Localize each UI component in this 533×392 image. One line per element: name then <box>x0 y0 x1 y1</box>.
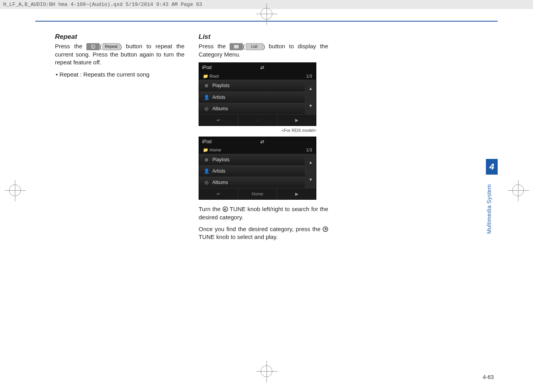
back-icon: ↩ <box>217 117 220 123</box>
list-item[interactable]: ◎Albums <box>199 177 305 188</box>
scroll-up-icon[interactable]: ▲ <box>305 80 316 97</box>
repeat-icon <box>86 43 100 50</box>
list-item-label: Artists <box>212 94 225 100</box>
ss1-count: 1/3 <box>306 73 312 79</box>
playlist-icon: ≣ <box>204 82 209 89</box>
repeat-button-graphic: (Repeat) <box>86 43 122 51</box>
ss1-title: iPod <box>202 64 212 71</box>
ss2-root: 📁 Home <box>203 147 221 153</box>
chapter-tab: 4 Multimedia System <box>486 159 498 241</box>
album-icon: ◎ <box>204 106 209 112</box>
text-fragment: Turn the <box>199 206 223 212</box>
now-playing-button[interactable]: ▶ <box>277 115 316 126</box>
back-icon: ↩ <box>217 191 220 197</box>
list-item-label: Playlists <box>212 82 230 89</box>
screenshot-rds: iPod ⇄ 📁 Root 1/3 ≣Playlists 👤Artists ◎A… <box>199 62 316 126</box>
list-item-label: Artists <box>212 168 225 174</box>
album-icon: ◎ <box>204 179 209 186</box>
scroll-up-icon[interactable]: ▲ <box>305 154 316 171</box>
svg-rect-2 <box>234 47 239 48</box>
list-item[interactable]: ≣Playlists <box>199 80 305 91</box>
tune-paragraph-2: Once you find the desired category, pres… <box>199 225 328 241</box>
svg-rect-1 <box>234 46 239 47</box>
heading-repeat: Repeat <box>55 33 184 42</box>
text-fragment: Press the <box>55 43 86 49</box>
artist-icon: 👤 <box>204 94 209 100</box>
chapter-label: Multimedia System <box>486 178 498 241</box>
scrollbar[interactable]: ▲ ▼ <box>305 154 316 188</box>
list-button-graphic: (List) <box>230 43 265 51</box>
nowplaying-icon: ▶ <box>295 191 298 197</box>
repeat-bullet: • Repeat : Repeats the current song <box>55 71 184 78</box>
column-list: List Press the (List) button to display … <box>199 33 328 245</box>
list-item-label: Albums <box>212 106 228 112</box>
page-content: Repeat Press the (Repeat) button to repe… <box>0 22 533 245</box>
tune-paragraph-1: Turn the TUNE knob left/right to search … <box>199 205 328 221</box>
tune-knob-icon <box>323 226 328 232</box>
screenshot-caption: <For RDS model> <box>199 128 316 133</box>
home-button[interactable]: Home <box>238 188 277 199</box>
column-repeat: Repeat Press the (Repeat) button to repe… <box>55 33 184 245</box>
ss1-root: 📁 Root <box>203 73 219 79</box>
svg-rect-0 <box>234 45 239 46</box>
list-icon <box>230 43 243 50</box>
list-item[interactable]: ≣Playlists <box>199 154 305 165</box>
text-fragment: TUNE knob to select and play. <box>199 233 278 240</box>
text-fragment: Once you find the desired category, pres… <box>199 226 323 232</box>
chapter-number: 4 <box>486 159 498 175</box>
home-icon: ⌂ <box>256 117 259 123</box>
back-button[interactable]: ↩ <box>199 115 238 126</box>
tune-knob-icon <box>223 206 228 212</box>
list-item-label: Playlists <box>212 157 230 163</box>
home-button-disabled: ⌂ <box>238 115 277 126</box>
heading-list: List <box>199 33 328 42</box>
scrollbar[interactable]: ▲ ▼ <box>305 80 316 114</box>
artist-icon: 👤 <box>204 168 209 174</box>
repeat-paragraph: Press the (Repeat) button to repeat the … <box>55 42 184 67</box>
back-button[interactable]: ↩ <box>199 188 238 199</box>
text-fragment: Press the <box>199 43 230 49</box>
list-paragraph: Press the (List) button to display the C… <box>199 42 328 58</box>
repeat-chip-label: Repeat <box>102 43 120 50</box>
list-item-label: Albums <box>212 179 228 186</box>
list-item[interactable]: ◎Albums <box>199 103 305 114</box>
nowplaying-icon: ▶ <box>295 117 298 123</box>
screenshot-home: iPod ⇄ 📁 Home 1/3 ≣Playlists 👤Artists ◎A… <box>199 137 316 200</box>
link-icon: ⇄ <box>260 64 264 71</box>
scroll-down-icon[interactable]: ▼ <box>305 171 316 188</box>
now-playing-button[interactable]: ▶ <box>277 188 316 199</box>
ss2-title: iPod <box>202 139 212 145</box>
list-item[interactable]: 👤Artists <box>199 165 305 177</box>
page-number: 4-63 <box>483 374 494 380</box>
ss2-count: 1/3 <box>306 147 312 153</box>
list-item[interactable]: 👤Artists <box>199 91 305 103</box>
link-icon: ⇄ <box>260 139 264 145</box>
scroll-down-icon[interactable]: ▼ <box>305 97 316 114</box>
playlist-icon: ≣ <box>204 157 209 163</box>
list-chip-label: List <box>246 43 263 50</box>
registration-mark-bottom <box>255 365 278 389</box>
